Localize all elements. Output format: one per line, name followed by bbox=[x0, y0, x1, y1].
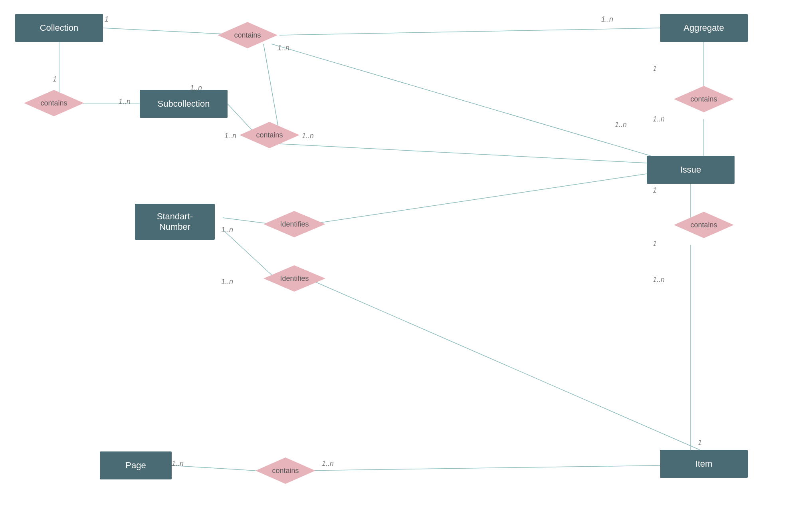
card-13: 1..n bbox=[653, 276, 665, 284]
card-8: 1..n bbox=[277, 44, 289, 52]
svg-line-17 bbox=[303, 465, 660, 471]
card-4: 1..n bbox=[119, 97, 131, 106]
diamond-contains-left: contains bbox=[24, 90, 84, 116]
card-10: 1..n bbox=[653, 115, 665, 123]
svg-line-6 bbox=[271, 44, 651, 156]
diamond-contains-top: contains bbox=[218, 22, 277, 48]
diamond-contains-page: contains bbox=[255, 457, 315, 484]
svg-line-1 bbox=[279, 28, 660, 35]
card-17: 1..n bbox=[172, 459, 184, 468]
card-5: 1..n bbox=[190, 84, 202, 92]
diamond-identifies-bot: Identifies bbox=[263, 265, 325, 292]
card-9: 1 bbox=[653, 65, 657, 73]
entity-standart-number: Standart- Number bbox=[135, 204, 215, 240]
card-6: 1..n bbox=[224, 132, 236, 140]
card-14: 1..n bbox=[221, 226, 233, 234]
connections-svg bbox=[0, 0, 812, 513]
card-3: 1 bbox=[53, 75, 57, 84]
diamond-contains-issue: contains bbox=[674, 212, 734, 238]
entity-issue: Issue bbox=[647, 156, 735, 184]
diamond-contains-aggregate: contains bbox=[674, 86, 734, 112]
card-12: 1 bbox=[653, 240, 657, 248]
svg-line-13 bbox=[307, 174, 647, 225]
card-19: 1..n bbox=[615, 121, 627, 129]
svg-line-9 bbox=[263, 44, 279, 134]
entity-aggregate: Aggregate bbox=[660, 14, 748, 42]
entity-page: Page bbox=[100, 451, 172, 479]
card-18: 1..n bbox=[322, 459, 334, 468]
entity-item: Item bbox=[660, 450, 748, 478]
svg-line-16 bbox=[172, 465, 255, 471]
diagram-container: Collection Aggregate Subcollection Issue… bbox=[0, 0, 812, 513]
card-15: 1..n bbox=[221, 278, 233, 286]
card-1: 1 bbox=[105, 15, 109, 24]
entity-subcollection: Subcollection bbox=[140, 90, 228, 118]
card-2: 1..n bbox=[601, 15, 613, 24]
card-16: 1 bbox=[698, 439, 702, 447]
svg-line-15 bbox=[307, 278, 700, 450]
entity-collection: Collection bbox=[15, 14, 103, 42]
diamond-identifies-top: Identifies bbox=[263, 211, 325, 237]
svg-line-8 bbox=[279, 144, 647, 163]
card-11: 1 bbox=[653, 186, 657, 195]
card-7: 1..n bbox=[302, 132, 314, 140]
diamond-contains-mid: contains bbox=[240, 122, 299, 148]
